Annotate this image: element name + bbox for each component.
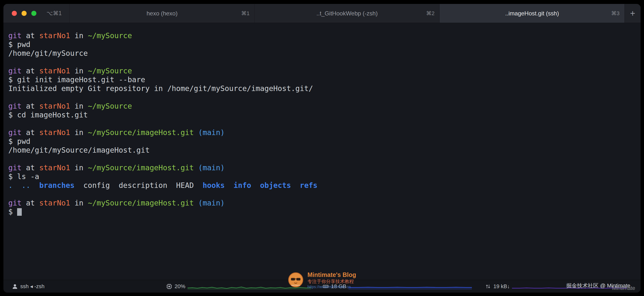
terminal-line: $ pwd xyxy=(8,40,636,49)
terminal-window: ⌥⌘1 hexo (hexo) ⌘1 ..t_GitHookWebp (-zsh… xyxy=(4,4,640,292)
terminal-text-segment xyxy=(251,181,260,190)
terminal-text-segment: at xyxy=(22,128,39,137)
terminal-line xyxy=(8,190,636,199)
terminal-line: Initialized empty Git repository in /hom… xyxy=(8,84,636,93)
terminal-text-segment: .. xyxy=(22,181,30,190)
terminal-text-segment: (main) xyxy=(198,163,225,172)
terminal-text-segment: starNo1 xyxy=(39,67,70,75)
terminal-text-segment: /home/git/mySource xyxy=(8,49,88,58)
terminal-text-segment: starNo1 xyxy=(39,102,70,110)
terminal-text-segment: ~/mySource xyxy=(88,102,132,110)
terminal-text-segment: git xyxy=(8,163,22,172)
memory-icon xyxy=(322,283,329,290)
terminal-text-segment xyxy=(225,181,234,190)
terminal-text-segment: $ cd imageHost.git xyxy=(8,111,88,119)
memory-sparkline xyxy=(348,283,472,290)
terminal-text-segment: ~/mySource/imageHost.git xyxy=(88,128,194,137)
terminal-text-segment: in xyxy=(70,199,88,207)
terminal-text-segment: in xyxy=(70,128,88,137)
tab-githookwebp[interactable]: ..t_GitHookWebp (-zsh) ⌘2 xyxy=(254,4,440,23)
terminal-text-segment: ~/mySource xyxy=(88,67,132,75)
terminal-line xyxy=(8,93,636,102)
terminal-text-segment xyxy=(13,181,22,190)
terminal-line: $ xyxy=(8,207,636,216)
terminal-text-segment: in xyxy=(70,31,88,40)
close-button[interactable] xyxy=(12,11,17,16)
terminal-text-segment: starNo1 xyxy=(39,163,70,172)
terminal-text-segment: $ pwd xyxy=(8,40,30,49)
minimize-button[interactable] xyxy=(22,11,27,16)
terminal-line: git at starNo1 in ~/mySource xyxy=(8,102,636,111)
cpu-value: 20% xyxy=(174,283,185,290)
terminal-line xyxy=(8,155,636,163)
tab-label: ..t_GitHookWebp (-zsh) xyxy=(316,10,378,17)
terminal-text-segment: . xyxy=(8,181,13,190)
terminal-text-segment: git xyxy=(8,67,22,75)
terminal-text-segment: Initialized empty Git repository in /hom… xyxy=(8,84,313,93)
network-icon xyxy=(485,283,491,290)
memory-meter[interactable]: 18 GB xyxy=(322,283,472,290)
terminal-text-segment xyxy=(30,181,39,190)
terminal-text-segment: config description HEAD xyxy=(74,181,203,190)
tab-shortcut-label: ⌘1 xyxy=(241,10,250,17)
terminal-line: $ pwd xyxy=(8,137,636,146)
cpu-meter[interactable]: 20% xyxy=(166,283,311,290)
terminal-line: $ ls -a xyxy=(8,172,636,181)
terminal-text-segment: $ git init imageHost.git --bare xyxy=(8,75,145,84)
terminal-line: /home/git/mySource/imageHost.git xyxy=(8,146,636,155)
terminal-text-segment: in xyxy=(70,163,88,172)
terminal-text-segment: at xyxy=(22,163,39,172)
terminal-text-segment: at xyxy=(22,67,39,75)
tab-imagehost-ssh[interactable]: ..imageHost.git (ssh) ⌘3 xyxy=(439,4,624,23)
terminal-text-segment: git xyxy=(8,31,22,40)
terminal-line: git at starNo1 in ~/mySource xyxy=(8,67,636,75)
terminal-line: $ git init imageHost.git --bare xyxy=(8,75,636,84)
terminal-output[interactable]: git at starNo1 in ~/mySource$ pwd/home/g… xyxy=(4,23,640,280)
terminal-text-segment xyxy=(291,181,300,190)
terminal-text-segment: in xyxy=(70,102,88,110)
terminal-text-segment: git xyxy=(8,128,22,137)
terminal-line: git at starNo1 in ~/mySource xyxy=(8,31,636,40)
terminal-text-segment: (main) xyxy=(198,199,225,207)
terminal-text-segment: ~/mySource/imageHost.git xyxy=(88,163,194,172)
terminal-text-segment: objects xyxy=(260,181,291,190)
terminal-text-segment: ~/mySource xyxy=(88,31,132,40)
window-shortcut-label: ⌥⌘1 xyxy=(46,10,62,17)
terminal-line: git at starNo1 in ~/mySource/imageHost.g… xyxy=(8,199,636,207)
terminal-text-segment: $ ls -a xyxy=(8,172,39,181)
cpu-sparkline xyxy=(188,283,311,290)
terminal-line: git at starNo1 in ~/mySource/imageHost.g… xyxy=(8,128,636,137)
terminal-text-segment: at xyxy=(22,199,39,207)
shell-label: ssh ◂ -zsh xyxy=(20,283,44,290)
window-controls: ⌥⌘1 xyxy=(4,4,70,23)
terminal-text-segment: at xyxy=(22,102,39,110)
terminal-text-segment: refs xyxy=(300,181,317,190)
terminal-text-segment: $ xyxy=(8,207,17,216)
terminal-cursor xyxy=(17,208,22,216)
terminal-text-segment: starNo1 xyxy=(39,128,70,137)
terminal-text-segment: /home/git/mySource/imageHost.git xyxy=(8,146,150,154)
new-tab-button[interactable]: + xyxy=(624,4,640,23)
terminal-text-segment: hooks xyxy=(203,181,225,190)
tab-label: hexo (hexo) xyxy=(146,10,178,17)
terminal-text-segment: info xyxy=(234,181,251,190)
terminal-text-segment: ~/mySource/imageHost.git xyxy=(88,199,194,207)
terminal-text-segment: (main) xyxy=(198,128,225,137)
terminal-text-segment: at xyxy=(22,31,39,40)
user-icon xyxy=(12,283,18,290)
terminal-text-segment: $ pwd xyxy=(8,137,30,146)
zoom-button[interactable] xyxy=(31,11,36,16)
shell-indicator[interactable]: ssh ◂ -zsh xyxy=(12,283,44,290)
tab-bar: ⌥⌘1 hexo (hexo) ⌘1 ..t_GitHookWebp (-zsh… xyxy=(4,4,640,23)
tab-hexo[interactable]: hexo (hexo) ⌘1 xyxy=(70,4,254,23)
tab-shortcut-label: ⌘2 xyxy=(426,10,434,17)
terminal-text-segment: git xyxy=(8,199,22,207)
terminal-text-segment xyxy=(194,128,198,137)
cpu-icon xyxy=(166,283,172,290)
terminal-line xyxy=(8,119,636,128)
status-bar: ssh ◂ -zsh 20% xyxy=(4,280,640,292)
terminal-text-segment xyxy=(194,199,198,207)
terminal-text-segment: branches xyxy=(39,181,74,190)
juejin-watermark-text: 掘金技术社区 @ Mintimate xyxy=(566,282,630,289)
network-value: 19 kB↓ xyxy=(494,283,510,290)
